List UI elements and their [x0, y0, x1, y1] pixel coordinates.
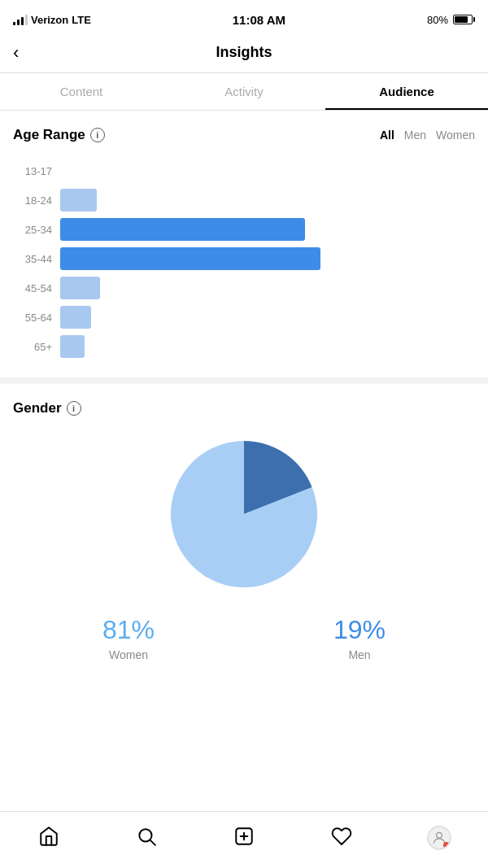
gender-header: Gender i [13, 400, 475, 417]
gender-section: Gender i [0, 384, 488, 686]
bar-track [60, 277, 475, 299]
search-icon [136, 826, 157, 850]
women-percentage: 81% [102, 615, 155, 645]
battery-pct: 80% [427, 14, 448, 26]
bar-row: 55-64 [21, 306, 475, 329]
bar-fill [60, 277, 100, 299]
men-stat: 19% Men [333, 615, 386, 661]
bar-track [60, 218, 475, 241]
bar-row: 45-54 [21, 277, 475, 299]
bar-fill [60, 247, 320, 270]
filter-men[interactable]: Men [404, 129, 426, 142]
tab-content[interactable]: Content [0, 73, 163, 110]
status-bar: Verizon LTE 11:08 AM 80% [0, 0, 488, 36]
filter-all[interactable]: All [380, 129, 394, 142]
tab-bar: Content Activity Audience [0, 73, 488, 111]
filter-women[interactable]: Women [436, 129, 475, 142]
bar-track [60, 335, 475, 358]
gender-title: Gender i [13, 400, 81, 417]
page-title: Insights [216, 44, 272, 61]
women-stat: 81% Women [102, 615, 155, 661]
heart-icon [331, 826, 352, 850]
notification-dot [443, 842, 450, 848]
nav-home[interactable] [31, 820, 67, 856]
nav-heart[interactable] [324, 820, 359, 856]
bar-fill [60, 335, 85, 358]
carrier-info: Verizon LTE [13, 14, 91, 26]
gender-info-icon[interactable]: i [67, 401, 81, 416]
bar-row: 35-44 [21, 247, 475, 270]
bar-row: 65+ [21, 335, 475, 358]
svg-line-1 [150, 840, 155, 844]
main-content: Age Range i All Men Women 13-1718-2425-3… [0, 111, 488, 751]
gender-stats: 81% Women 19% Men [13, 615, 475, 661]
back-button[interactable]: ‹ [13, 42, 19, 63]
men-percentage: 19% [333, 615, 386, 645]
bar-row: 13-17 [21, 159, 475, 182]
tab-audience[interactable]: Audience [325, 73, 488, 110]
home-icon [38, 826, 59, 850]
bar-track [60, 247, 475, 270]
signal-icon [13, 14, 28, 25]
bar-track [60, 189, 475, 212]
age-range-info-icon[interactable]: i [90, 128, 105, 142]
battery-info: 80% [427, 14, 475, 26]
add-icon [233, 826, 255, 850]
age-range-title: Age Range i [13, 127, 105, 143]
bottom-navigation [0, 811, 488, 868]
battery-icon [453, 15, 475, 24]
bar-fill [60, 189, 97, 212]
nav-add[interactable] [226, 820, 262, 856]
nav-search[interactable] [129, 820, 164, 856]
page-header: ‹ Insights [0, 36, 488, 73]
bar-label: 13-17 [21, 165, 52, 177]
network-type: LTE [72, 14, 91, 26]
age-range-section: Age Range i All Men Women 13-1718-2425-3… [0, 111, 488, 384]
bar-row: 25-34 [21, 218, 475, 241]
men-label: Men [333, 648, 386, 661]
carrier-name: Verizon [31, 14, 68, 26]
bar-label: 65+ [21, 341, 52, 353]
bar-label: 45-54 [21, 282, 52, 294]
age-range-header: Age Range i All Men Women [13, 127, 475, 143]
pie-chart-container [13, 433, 475, 595]
bar-label: 25-34 [21, 224, 52, 236]
nav-profile[interactable] [421, 820, 457, 856]
bar-track [60, 159, 475, 182]
age-bar-chart: 13-1718-2425-3435-4445-5455-6465+ [13, 159, 475, 358]
gender-pie-chart [163, 433, 325, 595]
bar-row: 18-24 [21, 189, 475, 212]
tab-activity[interactable]: Activity [163, 73, 325, 110]
bar-fill [60, 306, 91, 329]
bar-label: 35-44 [21, 253, 52, 265]
bar-label: 55-64 [21, 312, 52, 324]
status-time: 11:08 AM [233, 13, 285, 27]
age-range-filters: All Men Women [380, 129, 475, 142]
profile-avatar [427, 826, 451, 850]
bar-track [60, 306, 475, 329]
svg-point-5 [437, 832, 442, 838]
bar-label: 18-24 [21, 194, 52, 207]
bar-fill [60, 218, 305, 241]
women-label: Women [102, 648, 155, 661]
